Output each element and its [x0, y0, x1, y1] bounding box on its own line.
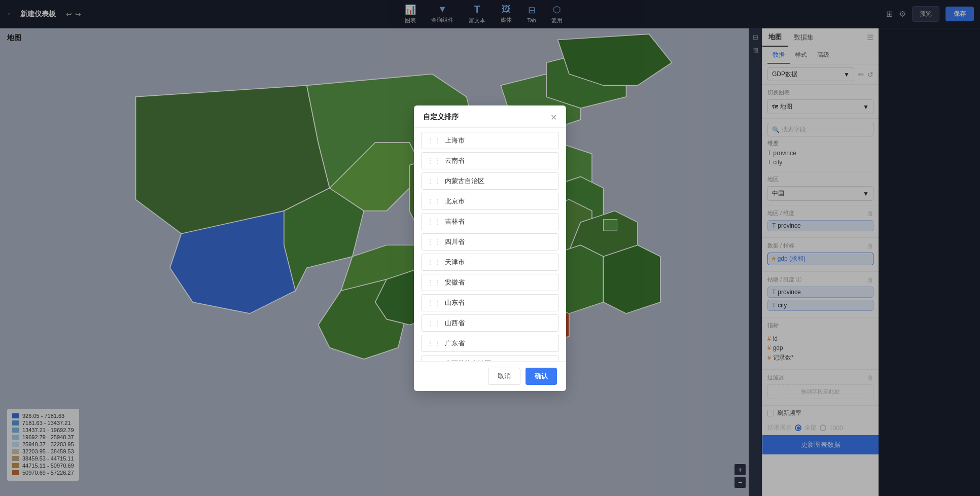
sort-item[interactable]: ⋮⋮广西壮族自治区	[421, 355, 559, 361]
sort-item-label: 山东省	[445, 298, 465, 307]
cancel-button[interactable]: 取消	[488, 368, 520, 385]
drag-icon: ⋮⋮	[427, 319, 441, 327]
drag-icon: ⋮⋮	[427, 299, 441, 307]
sort-item-label: 北京市	[445, 197, 465, 206]
modal-footer: 取消 确认	[414, 361, 566, 391]
sort-item-label: 广西壮族自治区	[445, 359, 491, 361]
sort-item[interactable]: ⋮⋮吉林省	[421, 213, 559, 230]
drag-icon: ⋮⋮	[427, 136, 441, 145]
confirm-button[interactable]: 确认	[526, 368, 557, 385]
drag-icon: ⋮⋮	[427, 177, 441, 185]
sort-item-label: 山西省	[445, 318, 465, 328]
drag-icon: ⋮⋮	[427, 197, 441, 205]
sort-item-label: 四川省	[445, 237, 465, 246]
sort-item-label: 内蒙古自治区	[445, 176, 484, 186]
modal-header: 自定义排序 ✕	[414, 105, 566, 128]
sort-item-label: 上海市	[445, 136, 465, 145]
drag-icon: ⋮⋮	[427, 157, 441, 165]
sort-item[interactable]: ⋮⋮山西省	[421, 314, 559, 332]
sort-item[interactable]: ⋮⋮云南省	[421, 152, 559, 169]
drag-icon: ⋮⋮	[427, 360, 441, 361]
sort-item-label: 天津市	[445, 258, 465, 267]
sort-item-label: 安徽省	[445, 278, 465, 287]
sort-item[interactable]: ⋮⋮内蒙古自治区	[421, 172, 559, 190]
sort-item-label: 云南省	[445, 156, 465, 165]
modal-title: 自定义排序	[423, 113, 459, 122]
drag-icon: ⋮⋮	[427, 339, 441, 347]
sort-item[interactable]: ⋮⋮四川省	[421, 233, 559, 251]
modal-close-button[interactable]: ✕	[550, 113, 557, 122]
sort-item[interactable]: ⋮⋮安徽省	[421, 274, 559, 291]
sort-item[interactable]: ⋮⋮山东省	[421, 294, 559, 311]
modal-overlay: 自定义排序 ✕ ⋮⋮上海市⋮⋮云南省⋮⋮内蒙古自治区⋮⋮北京市⋮⋮吉林省⋮⋮四川…	[0, 0, 980, 496]
drag-icon: ⋮⋮	[427, 258, 441, 266]
drag-icon: ⋮⋮	[427, 238, 441, 246]
sort-item[interactable]: ⋮⋮天津市	[421, 254, 559, 271]
sort-item[interactable]: ⋮⋮北京市	[421, 193, 559, 210]
drag-icon: ⋮⋮	[427, 278, 441, 287]
sort-item-label: 吉林省	[445, 217, 465, 226]
custom-sort-modal: 自定义排序 ✕ ⋮⋮上海市⋮⋮云南省⋮⋮内蒙古自治区⋮⋮北京市⋮⋮吉林省⋮⋮四川…	[414, 105, 566, 391]
modal-body: ⋮⋮上海市⋮⋮云南省⋮⋮内蒙古自治区⋮⋮北京市⋮⋮吉林省⋮⋮四川省⋮⋮天津市⋮⋮…	[414, 128, 566, 361]
sort-item[interactable]: ⋮⋮广东省	[421, 335, 559, 352]
drag-icon: ⋮⋮	[427, 218, 441, 226]
sort-items-container: ⋮⋮上海市⋮⋮云南省⋮⋮内蒙古自治区⋮⋮北京市⋮⋮吉林省⋮⋮四川省⋮⋮天津市⋮⋮…	[421, 132, 559, 361]
sort-item[interactable]: ⋮⋮上海市	[421, 132, 559, 149]
sort-item-label: 广东省	[445, 339, 465, 348]
